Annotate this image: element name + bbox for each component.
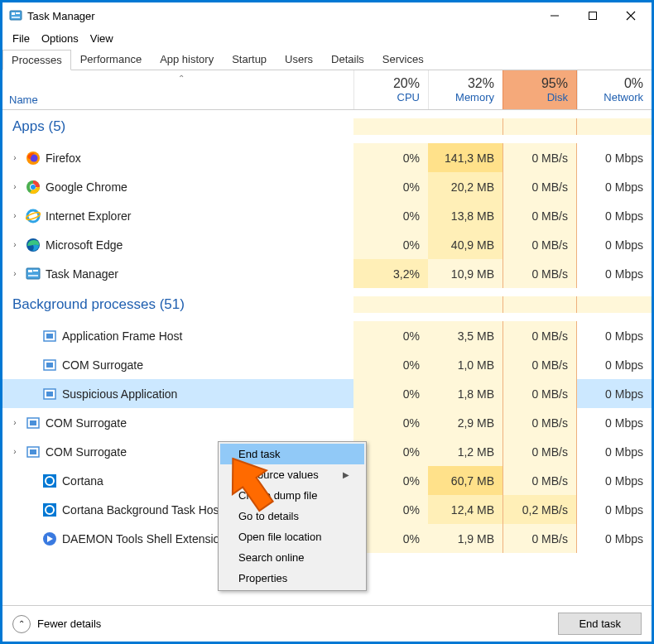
cell-cpu: 0% xyxy=(353,379,428,408)
process-row[interactable]: › Google Chrome 0% 20,2 MB 0 MB/s 0 Mbps xyxy=(2,172,652,201)
cell-network: 0 Mbps xyxy=(577,201,652,230)
process-row[interactable]: › Suspicious Application 0% 1,8 MB 0 MB/… xyxy=(2,379,652,408)
process-name: Task Manager xyxy=(46,267,118,281)
cell-memory: 1,0 MB xyxy=(428,350,503,379)
expand-icon[interactable]: › xyxy=(9,240,21,249)
process-name: Cortana xyxy=(62,474,103,488)
cell-disk: 0 MB/s xyxy=(503,259,577,288)
process-row[interactable]: › Application Frame Host 0% 3,5 MB 0 MB/… xyxy=(2,321,652,350)
network-percent: 0% xyxy=(624,76,643,91)
expand-icon[interactable]: › xyxy=(9,153,21,162)
chrome-icon xyxy=(26,180,41,195)
cell-cpu: 0% xyxy=(353,350,428,379)
svg-rect-17 xyxy=(28,270,32,272)
svg-rect-18 xyxy=(33,270,38,272)
process-name: Suspicious Application xyxy=(62,387,177,401)
process-row[interactable]: › Firefox 0% 141,3 MB 0 MB/s 0 Mbps xyxy=(2,143,652,172)
expand-icon[interactable]: › xyxy=(9,447,21,456)
cell-network: 0 Mbps xyxy=(577,379,652,408)
column-disk[interactable]: 95% Disk xyxy=(503,70,577,109)
menu-options[interactable]: Options xyxy=(36,31,84,46)
svg-rect-21 xyxy=(46,334,53,339)
process-row[interactable]: › Internet Explorer 0% 13,8 MB 0 MB/s 0 … xyxy=(2,201,652,230)
context-create-dump[interactable]: Create dump file xyxy=(220,485,364,506)
cell-memory: 20,2 MB xyxy=(428,172,503,201)
cell-memory: 40,9 MB xyxy=(428,230,503,259)
cell-memory: 1,9 MB xyxy=(428,524,503,553)
svg-rect-23 xyxy=(46,363,53,368)
process-row[interactable]: › Microsoft Edge 0% 40,9 MB 0 MB/s 0 Mbp… xyxy=(2,230,652,259)
group-apps-label: Apps (5) xyxy=(12,118,353,135)
menu-file[interactable]: File xyxy=(7,31,35,46)
tab-app-history[interactable]: App history xyxy=(151,49,223,70)
tab-processes[interactable]: Processes xyxy=(2,50,71,70)
tm-icon xyxy=(26,267,41,281)
cell-disk: 0,2 MB/s xyxy=(503,495,577,524)
svg-rect-5 xyxy=(589,12,597,20)
column-memory[interactable]: 32% Memory xyxy=(428,70,503,109)
cell-cpu: 0% xyxy=(353,230,428,259)
menu-bar: File Options View xyxy=(2,29,652,47)
svg-rect-2 xyxy=(16,12,20,14)
svg-rect-25 xyxy=(46,392,53,396)
context-end-task[interactable]: End task xyxy=(220,444,364,464)
context-resource-values[interactable]: Resource values▶ xyxy=(220,464,364,485)
expand-icon[interactable]: › xyxy=(9,211,21,220)
end-task-button[interactable]: End task xyxy=(558,613,642,635)
tab-services[interactable]: Services xyxy=(373,49,433,70)
cortana-icon xyxy=(42,502,57,517)
expand-icon[interactable]: › xyxy=(9,269,21,278)
frame-icon xyxy=(26,416,41,430)
cpu-percent: 20% xyxy=(393,76,420,91)
cell-cpu: 0% xyxy=(353,143,428,172)
edge-icon xyxy=(26,238,41,252)
cell-disk: 0 MB/s xyxy=(503,350,577,379)
cell-network: 0 Mbps xyxy=(577,143,652,172)
maximize-button[interactable] xyxy=(574,3,612,28)
process-row[interactable]: › COM Surrogate 0% 1,0 MB 0 MB/s 0 Mbps xyxy=(2,350,652,379)
column-network[interactable]: 0% Network xyxy=(577,70,652,109)
expand-icon[interactable]: › xyxy=(9,418,21,427)
cell-network: 0 Mbps xyxy=(577,172,652,201)
svg-rect-19 xyxy=(28,275,38,276)
disk-percent: 95% xyxy=(541,76,568,91)
cell-cpu: 0% xyxy=(353,321,428,350)
cell-network: 0 Mbps xyxy=(577,350,652,379)
expand-icon[interactable]: › xyxy=(9,182,21,191)
minimize-button[interactable] xyxy=(536,3,574,28)
close-button[interactable] xyxy=(612,3,650,28)
cell-cpu: 0% xyxy=(353,408,428,437)
context-search-online[interactable]: Search online xyxy=(220,547,364,568)
process-row[interactable]: › COM Surrogate 0% 2,9 MB 0 MB/s 0 Mbps xyxy=(2,408,652,437)
cell-network: 0 Mbps xyxy=(577,495,652,524)
tab-details[interactable]: Details xyxy=(322,49,373,70)
column-name[interactable]: ⌃ Name xyxy=(2,70,353,109)
context-properties[interactable]: Properties xyxy=(220,568,364,589)
fewer-details-toggle[interactable]: ⌃ Fewer details xyxy=(12,615,550,633)
cell-memory: 13,8 MB xyxy=(428,201,503,230)
cortana-icon xyxy=(42,473,57,488)
cell-memory: 1,2 MB xyxy=(428,437,503,466)
menu-view[interactable]: View xyxy=(85,31,118,46)
tab-startup[interactable]: Startup xyxy=(223,49,276,70)
process-row[interactable]: › Task Manager 3,2% 10,9 MB 0 MB/s 0 Mbp… xyxy=(2,259,652,288)
process-name: COM Surrogate xyxy=(46,445,127,459)
context-go-to-details[interactable]: Go to details xyxy=(220,506,364,526)
svg-rect-27 xyxy=(30,421,36,425)
cell-memory: 12,4 MB xyxy=(428,495,503,524)
group-apps[interactable]: Apps (5) xyxy=(2,110,652,143)
context-create-dump-label: Create dump file xyxy=(238,489,317,502)
context-open-file-location[interactable]: Open file location xyxy=(220,526,364,547)
tab-performance[interactable]: Performance xyxy=(71,49,151,70)
process-name: Application Frame Host xyxy=(62,329,183,343)
submenu-arrow-icon: ▶ xyxy=(343,470,349,479)
cell-cpu: 0% xyxy=(353,172,428,201)
cell-memory: 141,3 MB xyxy=(428,143,503,172)
context-go-to-details-label: Go to details xyxy=(238,510,299,522)
tab-users[interactable]: Users xyxy=(276,49,322,70)
cell-disk: 0 MB/s xyxy=(503,321,577,350)
group-background[interactable]: Background processes (51) xyxy=(2,288,652,321)
context-menu: End task Resource values▶ Create dump fi… xyxy=(218,441,367,591)
column-cpu[interactable]: 20% CPU xyxy=(353,70,428,109)
daemon-icon xyxy=(42,531,57,546)
